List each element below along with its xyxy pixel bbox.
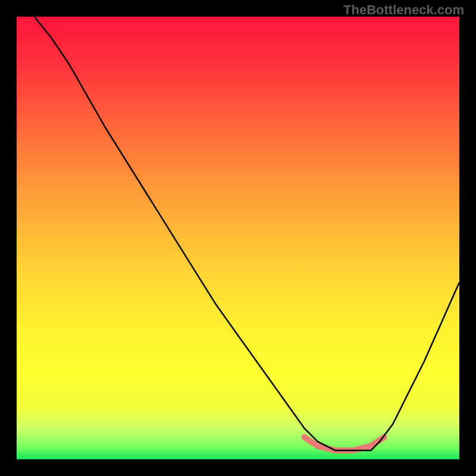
watermark-text: TheBottleneck.com xyxy=(343,2,464,18)
bottleneck-curve xyxy=(35,17,459,450)
plot-area xyxy=(17,17,459,459)
curve-layer xyxy=(17,17,459,459)
